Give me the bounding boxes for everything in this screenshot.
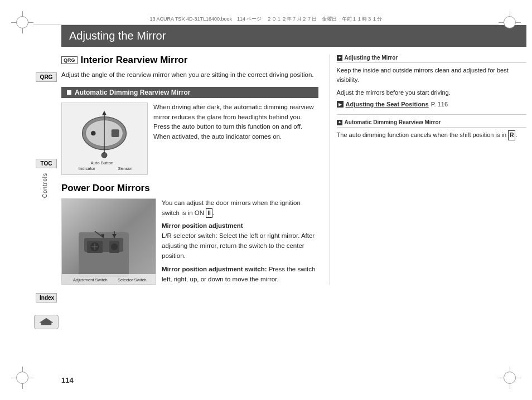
svg-text:Sensor: Sensor	[118, 166, 132, 171]
svg-point-22	[111, 243, 118, 250]
controls-label: Controls	[42, 173, 48, 198]
mirror-diagram-box: Indicator Sensor Auto Button	[61, 103, 148, 175]
mirror-adj-heading: Mirror position adjustment	[162, 222, 243, 229]
note1-text1: Keep the inside and outside mirrors clea…	[337, 66, 526, 85]
index-button[interactable]: Index	[35, 293, 58, 303]
ignition-text: You can adjust the door mirrors when the…	[162, 199, 301, 216]
page-number: 114	[61, 376, 74, 384]
qrg-button[interactable]: QRG	[35, 72, 58, 82]
home-button[interactable]	[35, 315, 58, 329]
link-icon: ▶	[337, 101, 344, 108]
page-title: Adjusting the Mirror	[61, 25, 526, 47]
left-sidebar: QRG TOC Controls Index	[0, 0, 64, 400]
note1-title: Adjusting the Mirror	[345, 55, 398, 61]
svg-point-7	[91, 131, 95, 135]
qrg-badge[interactable]: QRG	[61, 56, 78, 64]
note2-header: ✦ Automatic Dimming Rearview Mirror	[337, 119, 526, 128]
section2-heading: Power Door Mirrors	[61, 183, 318, 194]
link-page: P. 116	[431, 101, 448, 108]
svg-text:Selector Switch: Selector Switch	[118, 277, 147, 282]
mirror-diagram-area: Indicator Sensor Auto Button When drivin…	[61, 103, 318, 175]
svg-point-9	[101, 152, 107, 158]
svg-text:Auto Button: Auto Button	[90, 160, 113, 165]
toc-button[interactable]: TOC	[35, 159, 58, 168]
note-divider	[337, 114, 526, 115]
mirror-description: When driving after dark, the automatic d…	[153, 103, 318, 142]
note1-icon: ✦	[337, 55, 342, 61]
car-interior-svg: Adjustment Switch Selector Switch	[62, 199, 156, 285]
note1-text2: Adjust the mirrors before you start driv…	[337, 88, 526, 97]
diagram-text: When driving after dark, the automatic d…	[153, 103, 318, 175]
print-line: 13 ACURA TSX 4D-31TL16400.book 114 ページ ２…	[33, 16, 499, 25]
note2-text: The auto dimming function cancels when t…	[337, 130, 526, 140]
svg-marker-0	[40, 318, 53, 325]
svg-rect-8	[112, 129, 119, 137]
home-icon	[38, 317, 55, 326]
section1-intro: Adjust the angle of the rearview mirror …	[61, 70, 318, 80]
lr-text: L/R selector switch: Select the left or …	[162, 232, 315, 259]
note-section-2: ✦ Automatic Dimming Rearview Mirror The …	[337, 119, 526, 140]
note2-icon: ✦	[337, 120, 342, 125]
black-square-icon	[67, 90, 71, 95]
section1-heading: QRG Interior Rearview Mirror	[61, 55, 318, 66]
note-section-1: ✦ Adjusting the Mirror Keep the inside a…	[337, 55, 526, 108]
mirror2-diagram-box: Adjustment Switch Selector Switch	[61, 198, 156, 285]
ignition-code: II	[206, 208, 212, 218]
svg-text:Indicator: Indicator	[79, 166, 96, 171]
mirror2-diagram-area: Adjustment Switch Selector Switch You ca…	[61, 198, 318, 285]
note2-title: Automatic Dimming Rearview Mirror	[345, 119, 441, 125]
main-content: Adjusting the Mirror QRG Interior Rearvi…	[61, 25, 526, 372]
sub-section-title: Automatic Dimming Rearview Mirror	[75, 89, 190, 96]
two-column-layout: QRG Interior Rearview Mirror Adjust the …	[61, 55, 526, 285]
note1-link[interactable]: ▶ Adjusting the Seat Positions P. 116	[337, 101, 526, 108]
note2-code: R	[508, 130, 515, 140]
section1-title: Interior Rearview Mirror	[81, 55, 188, 66]
link-label: Adjusting the Seat Positions	[346, 101, 429, 108]
switch-heading: Mirror position adjustment switch:	[162, 266, 267, 272]
note1-header: ✦ Adjusting the Mirror	[337, 55, 526, 63]
svg-text:Adjustment Switch: Adjustment Switch	[73, 277, 108, 282]
mirror-diagram-svg: Indicator Sensor Auto Button	[62, 103, 147, 174]
mirror2-text: You can adjust the door mirrors when the…	[162, 198, 318, 285]
right-column: ✦ Adjusting the Mirror Keep the inside a…	[330, 55, 526, 285]
left-column: QRG Interior Rearview Mirror Adjust the …	[61, 55, 318, 285]
sub-section-header: Automatic Dimming Rearview Mirror	[61, 87, 318, 98]
